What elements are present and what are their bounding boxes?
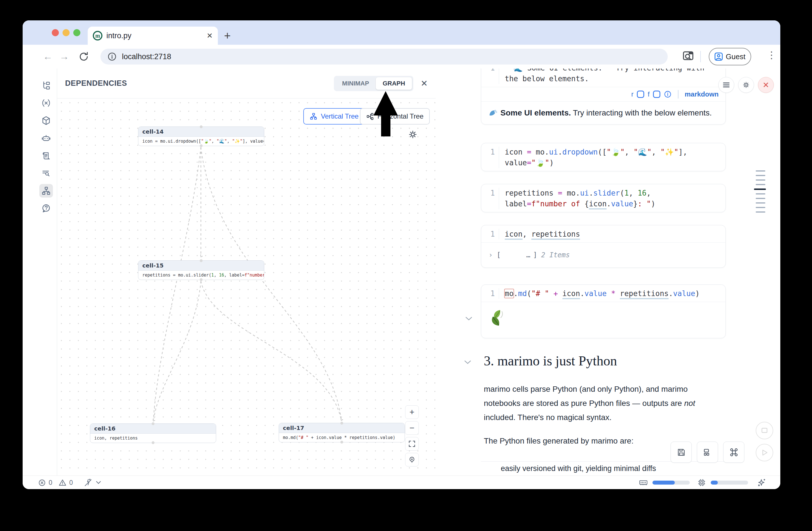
config-r-checkbox[interactable]: [637, 90, 644, 98]
dependencies-header: DEPENDENCIES MINIMAP GRAPH ✕: [57, 69, 436, 99]
sidebar-item-snippets[interactable]: [39, 149, 53, 162]
code-editor[interactable]: 1 **🌊 Some UI elements.** Try interactin…: [481, 69, 725, 87]
line-number: 1: [481, 188, 495, 209]
line-number: 1: [481, 229, 495, 240]
center-view-button[interactable]: [405, 453, 419, 467]
collapsed-output[interactable]: › [ … ] 2 Items: [481, 243, 725, 268]
profile-button[interactable]: Guest: [709, 48, 751, 66]
cell-code[interactable]: icon, repetitions: [505, 229, 580, 240]
horizontal-tree-label: Horizontal Tree: [377, 112, 423, 120]
sidebar-item-file-explorer[interactable]: [39, 79, 53, 92]
node-port: [340, 441, 343, 444]
reload-icon[interactable]: [78, 51, 89, 62]
robot-icon: [41, 133, 51, 143]
help-icon: [41, 203, 51, 213]
sidebar-item-logs[interactable]: [39, 167, 53, 180]
fit-view-button[interactable]: [405, 437, 419, 450]
layout-button[interactable]: [697, 442, 718, 463]
cell-dropdown[interactable]: 1 icon = mo.ui.dropdown(["🍃", "🌊", "✨"],…: [481, 143, 726, 171]
save-icon: [677, 447, 686, 457]
browser-menu-icon[interactable]: ⋮: [767, 49, 777, 60]
notebook-panel: 1 **🌊 Some UI elements.** Try interactin…: [436, 69, 780, 475]
errors-icon[interactable]: [38, 479, 46, 487]
chevron-down-icon[interactable]: [96, 480, 101, 485]
shortcuts-button[interactable]: [723, 442, 744, 463]
warnings-count: 0: [69, 479, 73, 487]
memory-usage-bar: [652, 480, 690, 485]
sidebar-item-help[interactable]: [39, 202, 53, 215]
close-panel-icon[interactable]: ✕: [421, 78, 428, 88]
list-search-icon: [41, 169, 51, 178]
ai-sparkle-icon[interactable]: [756, 478, 766, 487]
cell-language-label[interactable]: markdown: [685, 90, 719, 98]
run-button[interactable]: [756, 444, 773, 461]
tab-close-icon[interactable]: ✕: [206, 31, 213, 40]
browser-toolbar: ← → localhost:2718 Guest: [23, 45, 780, 69]
sidebar-item-ai-chat[interactable]: [39, 131, 53, 145]
marimo-logo-icon: m: [93, 31, 102, 41]
save-button[interactable]: [670, 442, 692, 463]
graph-node-cell-16[interactable]: cell-16 icon, repetitions: [90, 424, 216, 443]
url-bar[interactable]: localhost:2718: [100, 49, 668, 64]
graph-canvas[interactable]: Vertical Tree Horizontal Tree: [57, 99, 436, 475]
memory-icon[interactable]: [639, 478, 648, 487]
back-icon[interactable]: ←: [43, 51, 53, 62]
cell-slider[interactable]: 1 repetitions = mo.ui.slider(1, 16, labe…: [481, 184, 726, 212]
zoom-out-button[interactable]: −: [405, 421, 419, 435]
cell-code[interactable]: repetitions = mo.ui.slider(1, 16, label=…: [505, 188, 714, 209]
shutdown-button[interactable]: ✕: [758, 77, 774, 93]
cpu-icon[interactable]: [697, 478, 706, 487]
stop-button[interactable]: [756, 422, 773, 439]
zoom-in-button[interactable]: +: [405, 405, 419, 419]
cell-tuple[interactable]: 1 icon, repetitions › [ … ] 2 Items: [481, 225, 726, 268]
cell-code[interactable]: icon = mo.ui.dropdown(["🍃", "🌊", "✨"], v…: [505, 147, 714, 168]
tab-graph[interactable]: GRAPH: [376, 77, 412, 90]
graph-node-cell-14[interactable]: cell-14 icon = mo.ui.dropdown(["🍃", "🌊",…: [138, 127, 264, 146]
new-tab-button[interactable]: +: [224, 28, 231, 44]
horizontal-tree-button[interactable]: Horizontal Tree: [360, 108, 430, 125]
leaf-emoji: [489, 308, 508, 328]
minimize-window-button[interactable]: [62, 29, 70, 36]
command-icon: [729, 447, 739, 457]
site-info-icon[interactable]: [107, 52, 117, 61]
config-f-checkbox[interactable]: [653, 90, 661, 98]
cell-code[interactable]: mo.md("# " + icon.value * repetitions.va…: [505, 288, 700, 299]
tab-minimap[interactable]: MINIMAP: [335, 77, 376, 90]
notebook-settings-button[interactable]: [738, 77, 754, 93]
warnings-icon[interactable]: [59, 479, 67, 487]
autorun-off-icon[interactable]: [84, 478, 92, 487]
graph-node-cell-17[interactable]: cell-17 mo.md("# " + icon.value * repeti…: [279, 423, 405, 442]
cell-minimap[interactable]: [754, 170, 766, 216]
stop-icon: [761, 427, 768, 434]
vertical-tree-button[interactable]: Vertical Tree: [303, 108, 365, 125]
sidebar-item-packages[interactable]: [39, 114, 53, 127]
collapse-output-chevron[interactable]: [465, 316, 473, 321]
forward-icon[interactable]: →: [59, 51, 69, 62]
paragraph-text: marimo cells parse Python (and only Pyth…: [484, 385, 688, 407]
cell-markdown-intro[interactable]: 1 **🌊 Some UI elements.** Try interactin…: [481, 69, 726, 125]
cpu-usage-bar: [711, 480, 748, 485]
profile-label: Guest: [726, 52, 745, 61]
cell-md-expression[interactable]: 1 mo.md("# " + icon.value * repetitions.…: [481, 285, 726, 338]
browser-window: m intro.py ✕ + ← → localhost:2718: [23, 20, 780, 489]
node-title: cell-17: [279, 423, 405, 433]
notebook-menu-button[interactable]: [719, 77, 734, 93]
graph-settings-icon[interactable]: [407, 129, 418, 140]
collapse-section-chevron[interactable]: [464, 360, 472, 364]
browser-tab[interactable]: m intro.py ✕: [88, 27, 218, 45]
sidebar-item-dependencies[interactable]: [39, 184, 53, 198]
search-tabs-icon[interactable]: [682, 50, 695, 63]
view-switcher: MINIMAP GRAPH: [334, 76, 414, 91]
expander-icon[interactable]: ›: [489, 251, 493, 259]
dependencies-panel: DEPENDENCIES MINIMAP GRAPH ✕: [57, 69, 436, 475]
close-window-button[interactable]: [52, 29, 59, 36]
info-icon[interactable]: [664, 90, 672, 98]
section-paragraph-2: The Python files generated by marimo are…: [484, 436, 634, 446]
node-title: cell-15: [139, 261, 264, 271]
sidebar-item-variables[interactable]: [39, 96, 53, 110]
node-port: [200, 259, 203, 262]
tab-title: intro.py: [106, 31, 206, 40]
node-title: cell-14: [139, 127, 264, 137]
maximize-window-button[interactable]: [73, 29, 81, 36]
graph-node-cell-15[interactable]: cell-15 repetitions = mo.ui.slider(1, 16…: [138, 260, 264, 280]
